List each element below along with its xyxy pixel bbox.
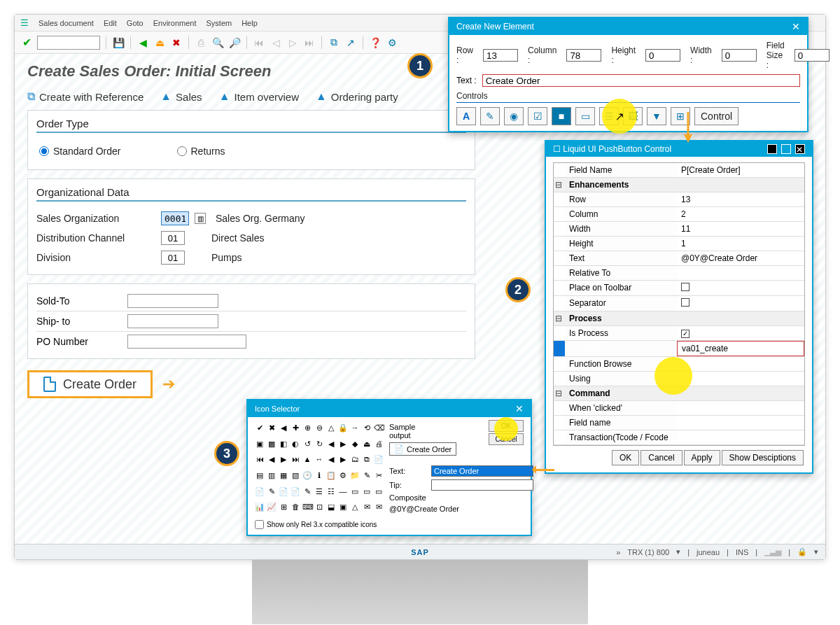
cancel-button[interactable]: Cancel: [489, 433, 524, 445]
label-width: Width: [565, 222, 677, 236]
cancel-button[interactable]: Cancel: [640, 450, 682, 465]
control-textbox-icon[interactable]: ☰: [599, 107, 619, 125]
close-icon[interactable]: ✕: [515, 403, 524, 414]
menu-system[interactable]: System: [206, 19, 232, 27]
f4-help-icon[interactable]: ▥: [195, 213, 206, 224]
value-text[interactable]: @0Y@Create Order: [677, 251, 804, 265]
group-organizational-data: Organizational Data Sales Organization ▥…: [27, 178, 475, 275]
input-division[interactable]: [161, 251, 185, 265]
checkbox-show-only-rel3x[interactable]: Show only Rel 3.x compatible icons: [255, 520, 524, 529]
show-descriptions-button[interactable]: Show Desciptions: [722, 450, 804, 465]
input-row[interactable]: [483, 49, 518, 62]
value-width[interactable]: 11: [677, 222, 804, 236]
help-icon[interactable]: ❓: [369, 36, 382, 49]
input-sales-organization[interactable]: [161, 211, 189, 225]
input-text[interactable]: [482, 74, 800, 87]
next-page-icon[interactable]: ▷: [286, 36, 299, 49]
checkbox-place-on-toolbar[interactable]: [681, 283, 690, 291]
close-icon[interactable]: ✕: [795, 144, 805, 154]
exit-icon[interactable]: ⏏: [153, 36, 166, 49]
cancel-icon[interactable]: ✖: [170, 36, 183, 49]
input-tip[interactable]: [431, 479, 533, 491]
label-field-name: Field Name: [565, 163, 677, 177]
control-text-icon[interactable]: A: [456, 107, 476, 125]
section-process[interactable]: Process: [565, 311, 677, 325]
checkbox-is-process[interactable]: ✓: [681, 330, 690, 338]
control-generic-button[interactable]: Control: [694, 107, 738, 125]
last-page-icon[interactable]: ⏭: [303, 36, 316, 49]
first-page-icon[interactable]: ⏮: [253, 36, 265, 49]
maximize-icon[interactable]: [781, 144, 791, 154]
menu-edit[interactable]: Edit: [104, 19, 117, 27]
tab-sales[interactable]: ▲Sales: [160, 90, 202, 103]
status-bar: SAP » TRX (1) 800 ▾ | juneau | INS | ▁▃▅…: [15, 544, 825, 559]
input-ship-to[interactable]: [127, 314, 218, 328]
controls-heading: Controls: [456, 91, 800, 103]
value-relative-to[interactable]: [677, 266, 804, 280]
tab-create-with-reference[interactable]: ⧉Create with Reference: [27, 90, 144, 103]
value-field-name[interactable]: P[Create Order]: [677, 163, 804, 177]
tab-ordering-party[interactable]: ▲Ordering party: [316, 90, 398, 103]
input-column[interactable]: [566, 49, 601, 62]
input-text[interactable]: [431, 465, 533, 477]
menu-environment[interactable]: Environment: [153, 19, 197, 27]
tab-item-overview[interactable]: ▲Item overview: [219, 90, 299, 103]
value-function-browse[interactable]: [677, 357, 804, 371]
checkbox-separator[interactable]: [681, 298, 690, 307]
input-width[interactable]: [722, 49, 757, 62]
find-next-icon[interactable]: 🔎: [228, 36, 241, 49]
control-radiobutton-icon[interactable]: ◉: [504, 107, 524, 125]
minimize-icon[interactable]: [767, 144, 777, 154]
separator: [130, 36, 131, 49]
save-icon[interactable]: 💾: [112, 36, 125, 49]
menu-icon[interactable]: ☰: [20, 17, 29, 28]
ok-button[interactable]: OK: [489, 420, 524, 432]
create-order-button[interactable]: Create Order: [27, 370, 153, 398]
enter-icon[interactable]: ✔: [20, 36, 33, 49]
value-height[interactable]: 1: [677, 237, 804, 251]
status-host: juneau: [696, 548, 720, 556]
radio-standard-order[interactable]: Standard Order: [39, 146, 121, 157]
control-checkbox-icon[interactable]: ☑: [528, 107, 547, 125]
chevron-down-icon[interactable]: ▾: [814, 547, 818, 556]
section-enhancements[interactable]: Enhancements: [565, 178, 677, 192]
value-column[interactable]: 2: [677, 207, 804, 221]
back-icon[interactable]: ◀: [136, 36, 149, 49]
input-distribution-channel[interactable]: [161, 231, 185, 245]
value-function[interactable]: va01_create: [677, 341, 804, 356]
section-command[interactable]: Command: [565, 386, 677, 400]
radio-returns[interactable]: Returns: [177, 146, 225, 157]
input-field-size[interactable]: [794, 49, 830, 62]
menu-help[interactable]: Help: [241, 19, 258, 27]
value-using[interactable]: [677, 372, 804, 386]
value-when-clicked[interactable]: [677, 401, 804, 415]
close-icon[interactable]: ✕: [792, 21, 800, 32]
command-field[interactable]: [37, 36, 100, 50]
apply-button[interactable]: Apply: [684, 450, 720, 465]
chevron-down-icon[interactable]: ▾: [676, 547, 680, 556]
input-height[interactable]: [645, 49, 680, 62]
prev-page-icon[interactable]: ◁: [270, 36, 282, 49]
control-dropdown-icon[interactable]: ▼: [647, 107, 666, 125]
value-field-name-cmd[interactable]: [677, 416, 804, 430]
value-row[interactable]: 13: [677, 192, 804, 206]
annotation-badge-1: 1: [407, 53, 433, 78]
input-sold-to[interactable]: [127, 294, 218, 308]
control-pushbutton-filled-icon[interactable]: ■: [552, 107, 571, 125]
control-image-icon[interactable]: 🖼: [623, 107, 643, 125]
new-session-icon[interactable]: ⧉: [328, 36, 340, 49]
input-po-number[interactable]: [127, 335, 246, 349]
layout-icon[interactable]: ⚙: [386, 36, 398, 49]
menu-goto[interactable]: Goto: [127, 19, 144, 27]
control-inputfield-icon[interactable]: ✎: [480, 107, 500, 125]
print-icon[interactable]: ⎙: [195, 36, 207, 49]
control-pushbutton-icon[interactable]: ▭: [575, 107, 595, 125]
label-distribution-channel: Distribution Channel: [36, 232, 155, 244]
status-more-icon[interactable]: »: [616, 548, 620, 556]
value-transaction[interactable]: [677, 430, 804, 444]
find-icon[interactable]: 🔍: [211, 36, 224, 49]
icon-grid[interactable]: ✔✖◀✚⊕⊖△🔒→⟲⌫ ▣▩◧◐↺↻◀▶◆⏏🖨 ⏮◀▶⏭▲↔◀▶🗂⧉📄 ▤▥▦▧…: [255, 423, 384, 516]
ok-button[interactable]: OK: [612, 450, 639, 465]
menu-sales-document[interactable]: Sales document: [38, 19, 94, 27]
shortcut-icon[interactable]: ↗: [344, 36, 357, 49]
